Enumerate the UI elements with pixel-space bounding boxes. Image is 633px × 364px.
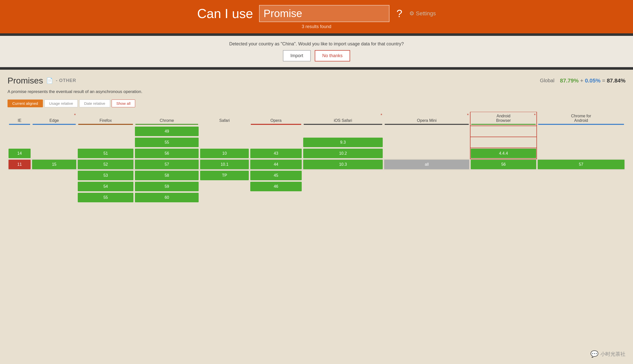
version-cell[interactable]	[8, 181, 31, 192]
browser-col-edge: Edge *	[32, 112, 77, 126]
version-cell[interactable]	[303, 126, 383, 137]
version-cell[interactable]: 56	[134, 148, 199, 159]
version-cell[interactable]: 49	[134, 126, 199, 137]
version-cell[interactable]	[200, 192, 249, 203]
version-cell[interactable]	[384, 170, 470, 181]
version-cell[interactable]: 54	[77, 181, 134, 192]
version-cell[interactable]: 9.3	[303, 137, 383, 148]
feature-title-left: Promises 📄 - OTHER	[8, 76, 76, 85]
main-content: Promises 📄 - OTHER Global 87.79% + 0.05%…	[0, 70, 633, 211]
compat-table-body: 49559.3145156104310.24.4.41115525710.144…	[8, 126, 625, 203]
version-cell[interactable]: 10	[200, 148, 249, 159]
version-cell[interactable]	[250, 192, 302, 203]
version-cell[interactable]: 14	[8, 148, 31, 159]
version-cell[interactable]: 43	[250, 148, 302, 159]
stat-total: 87.84%	[607, 77, 625, 84]
version-cell[interactable]	[250, 126, 302, 137]
browser-col-opera: Opera	[250, 112, 302, 126]
version-cell[interactable]	[32, 181, 77, 192]
version-cell[interactable]: 45	[250, 170, 302, 181]
feature-title-row: Promises 📄 - OTHER Global 87.79% + 0.05%…	[8, 76, 625, 85]
version-cell[interactable]: 51	[77, 148, 134, 159]
settings-button[interactable]: ⚙ Settings	[409, 10, 436, 17]
version-cell[interactable]: 11	[8, 159, 31, 170]
version-cell[interactable]	[470, 126, 537, 137]
version-cell[interactable]	[537, 126, 625, 137]
version-cell[interactable]	[470, 192, 537, 203]
version-cell[interactable]: 59	[134, 181, 199, 192]
help-icon[interactable]: ?	[397, 8, 402, 20]
version-cell[interactable]	[8, 126, 31, 137]
version-cell[interactable]	[537, 192, 625, 203]
version-cell[interactable]	[384, 148, 470, 159]
dark-divider-2	[0, 67, 633, 70]
version-cell[interactable]: 58	[134, 170, 199, 181]
version-cell[interactable]	[200, 137, 249, 148]
browser-name-ie: IE	[18, 118, 21, 123]
version-cell[interactable]	[303, 170, 383, 181]
import-button[interactable]: Import	[283, 50, 311, 61]
version-cell[interactable]	[537, 148, 625, 159]
browser-table-wrap: IE Edge * Firefox	[8, 112, 625, 203]
table-row: 1115525710.14410.3all5657	[8, 159, 625, 170]
browser-col-chrome: Chrome	[134, 112, 199, 126]
version-cell[interactable]: 57	[537, 159, 625, 170]
browser-table: IE Edge * Firefox	[8, 112, 625, 203]
version-cell[interactable]	[537, 170, 625, 181]
version-cell[interactable]: 55	[134, 137, 199, 148]
version-cell[interactable]: 4.4.4	[470, 148, 537, 159]
browser-col-chrome-android: Chrome forAndroid	[537, 112, 625, 126]
version-cell[interactable]: 52	[77, 159, 134, 170]
version-cell[interactable]: all	[384, 159, 470, 170]
header-top: Can I use ? ⚙ Settings	[10, 5, 623, 22]
version-cell[interactable]	[77, 126, 134, 137]
version-cell[interactable]	[384, 192, 470, 203]
version-cell[interactable]: 56	[470, 159, 537, 170]
version-cell[interactable]	[8, 192, 31, 203]
version-cell[interactable]	[32, 126, 77, 137]
ios-safari-asterisk: *	[380, 113, 382, 118]
version-cell[interactable]: 55	[77, 192, 134, 203]
version-cell[interactable]	[470, 170, 537, 181]
version-cell[interactable]: 57	[134, 159, 199, 170]
version-cell[interactable]: 44	[250, 159, 302, 170]
version-cell[interactable]	[384, 126, 470, 137]
version-cell[interactable]	[32, 170, 77, 181]
version-cell[interactable]: 46	[250, 181, 302, 192]
version-cell[interactable]	[32, 137, 77, 148]
table-row: 5358TP45	[8, 170, 625, 181]
table-row: 145156104310.24.4.4	[8, 148, 625, 159]
version-cell[interactable]: 10.3	[303, 159, 383, 170]
version-cell[interactable]: TP	[200, 170, 249, 181]
version-cell[interactable]: 10.1	[200, 159, 249, 170]
version-cell[interactable]	[384, 137, 470, 148]
version-cell[interactable]	[200, 126, 249, 137]
browser-name-ios-safari: iOS Safari	[334, 118, 352, 123]
version-cell[interactable]	[250, 137, 302, 148]
version-cell[interactable]	[537, 137, 625, 148]
version-cell[interactable]	[32, 192, 77, 203]
version-cell[interactable]	[470, 181, 537, 192]
version-cell[interactable]	[8, 170, 31, 181]
table-row: 545946	[8, 181, 625, 192]
notification-banner: Detected your country as "China". Would …	[0, 36, 633, 67]
search-input[interactable]	[259, 5, 389, 22]
version-cell[interactable]	[8, 137, 31, 148]
version-cell[interactable]	[200, 181, 249, 192]
version-cell[interactable]	[384, 181, 470, 192]
filter-show-all[interactable]: Show all	[112, 100, 135, 107]
filter-date-relative[interactable]: Date relative	[79, 100, 110, 107]
version-cell[interactable]	[537, 181, 625, 192]
filter-usage-relative[interactable]: Usage relative	[44, 100, 78, 107]
version-cell[interactable]: 60	[134, 192, 199, 203]
version-cell[interactable]: 10.2	[303, 148, 383, 159]
version-cell[interactable]	[32, 148, 77, 159]
version-cell[interactable]	[303, 181, 383, 192]
no-thanks-button[interactable]: No thanks	[315, 50, 350, 61]
version-cell[interactable]: 15	[32, 159, 77, 170]
version-cell[interactable]	[77, 137, 134, 148]
version-cell[interactable]: 53	[77, 170, 134, 181]
version-cell[interactable]	[470, 137, 537, 148]
version-cell[interactable]	[303, 192, 383, 203]
filter-current-aligned[interactable]: Current aligned	[8, 100, 43, 107]
